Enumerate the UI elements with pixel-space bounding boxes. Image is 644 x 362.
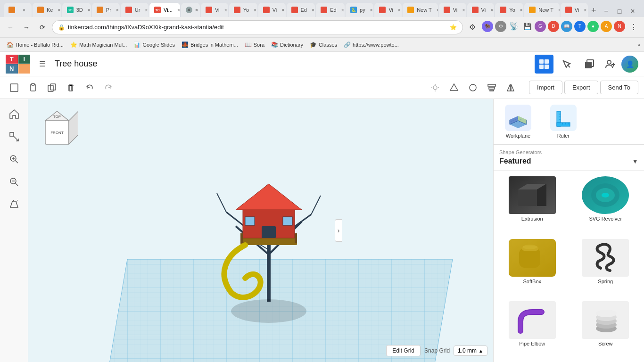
snap-grid-arrow[interactable]: ▲ (479, 348, 483, 354)
bookmark-slides[interactable]: 📊 Google Slides (131, 41, 178, 49)
perspective-button[interactable] (5, 195, 24, 214)
maximize-button[interactable]: □ (614, 6, 625, 17)
export-button[interactable]: Export (564, 81, 598, 94)
tab-16[interactable]: Vi × (439, 3, 466, 17)
ruler-tool[interactable]: Ruler (545, 105, 582, 139)
tab-18-close[interactable]: × (518, 7, 524, 13)
tab-12-close[interactable]: × (339, 7, 345, 13)
minimize-button[interactable]: − (601, 6, 612, 17)
dropdown-arrow[interactable]: ▼ (632, 157, 638, 165)
tab-2[interactable]: Ke × (33, 3, 61, 17)
import-button[interactable]: Import (529, 81, 562, 94)
featured-dropdown[interactable]: Featured ▼ (499, 157, 638, 165)
tab-8[interactable]: Vi × (201, 3, 228, 17)
grammarly-icon[interactable]: G (535, 21, 546, 32)
norton-icon[interactable]: N (614, 21, 625, 32)
toggle-right-panel-button[interactable]: › (335, 219, 342, 242)
tab-active[interactable]: TC Vi... × (149, 3, 180, 17)
tab-20[interactable]: Vi × (561, 3, 588, 17)
bookmark-math[interactable]: ⭐ Math Magician Mul... (67, 41, 130, 49)
tab-19[interactable]: New T × (524, 3, 560, 17)
tab-11-close[interactable]: × (310, 7, 315, 13)
redo-button[interactable] (100, 79, 117, 96)
bookmark-bridges[interactable]: 🌉 Bridges in Mathem... (179, 41, 241, 49)
dashlane-icon[interactable]: D (548, 21, 559, 32)
tab-3-close[interactable]: × (86, 7, 91, 13)
tab-1[interactable]: Pr × (4, 3, 32, 17)
shape-tool-button[interactable] (446, 79, 462, 96)
copy-button[interactable] (43, 79, 60, 96)
tab-14[interactable]: Vi × (374, 3, 402, 17)
user-avatar[interactable]: 👤 (621, 56, 638, 73)
new-tab-button[interactable]: + (589, 4, 599, 17)
tab-4-close[interactable]: × (114, 7, 120, 13)
pick-tool-button[interactable] (557, 55, 576, 74)
tab-10-close[interactable]: × (280, 7, 285, 13)
shape-extrusion[interactable]: Extrusion (497, 174, 567, 233)
tab-active-close[interactable]: × (175, 7, 180, 13)
grid-view-button[interactable] (535, 55, 553, 74)
edit-grid-button[interactable]: Edit Grid (386, 345, 421, 356)
back-button[interactable]: ← (4, 21, 17, 34)
bookmark-sora[interactable]: 📖 Sora (242, 41, 267, 49)
tab-19-close[interactable]: × (556, 7, 560, 13)
tab-18[interactable]: Yo × (495, 3, 523, 17)
snap-grid-input[interactable]: 1.0 mm ▲ (454, 346, 487, 356)
tab-12[interactable]: Ed × (316, 3, 345, 17)
tab-17-close[interactable]: × (488, 7, 494, 13)
shape-svg-revolver[interactable]: SVG Revolver (571, 174, 641, 233)
adblock-icon[interactable]: A (601, 21, 612, 32)
workplane-tool[interactable]: Workplane (499, 105, 537, 139)
bookmark-home[interactable]: 🏠 Home - Buffalo Rid... (4, 41, 66, 49)
shape-softbox[interactable]: SoftBox (497, 237, 567, 296)
shape-pipe-elbow[interactable]: Pipe Elbow (497, 299, 567, 358)
refresh-button[interactable]: ⟳ (36, 21, 49, 34)
translate-icon[interactable]: T (574, 21, 586, 32)
profile-icon-1[interactable]: 🦬 (482, 21, 493, 32)
tab-7[interactable]: ✕ × (181, 3, 200, 17)
url-bar-input[interactable]: 🔒 tinkercad.com/things/iXvaD9oXXik-grand… (52, 20, 463, 34)
bookmark-classes[interactable]: 🎓 Classes (307, 41, 340, 49)
close-button[interactable]: × (627, 6, 638, 17)
mirror-tool-button[interactable] (502, 79, 519, 96)
shape-spring[interactable]: Spring (571, 237, 641, 296)
align-tool-button[interactable] (483, 79, 500, 96)
extensions-button[interactable]: ⚙ (466, 21, 479, 34)
tab-11[interactable]: Ed × (287, 3, 315, 17)
tab-4[interactable]: Pr × (92, 3, 120, 17)
cast-icon[interactable]: 📡 (508, 21, 520, 32)
tab-13[interactable]: 🐍 py × (346, 3, 373, 17)
frame-tool-button[interactable] (6, 79, 23, 96)
viewport[interactable]: TOP FRONT (28, 99, 493, 362)
tab-14-close[interactable]: × (396, 7, 402, 13)
tab-9-close[interactable]: × (252, 7, 257, 13)
clipboard-button[interactable] (25, 79, 41, 96)
bookmark-powto[interactable]: 🔗 https://www.powto... (341, 41, 402, 49)
delete-button[interactable] (62, 79, 79, 96)
bookmark-icon[interactable]: 📖 (561, 21, 572, 32)
tab-3[interactable]: 3D 3D × (62, 3, 91, 17)
lastpass-icon[interactable]: ● (587, 21, 599, 32)
box-tool-button[interactable] (580, 55, 599, 74)
bookmark-dictionary[interactable]: 📚 Dictionary (268, 41, 306, 49)
tab-20-close[interactable]: × (582, 7, 587, 13)
tab-1-close[interactable]: × (21, 7, 27, 13)
tab-17[interactable]: Vi × (467, 3, 495, 17)
list-view-button[interactable]: ☰ (35, 57, 50, 72)
chrome-menu[interactable]: ⋮ (627, 21, 640, 34)
tab-9[interactable]: Yo × (229, 3, 257, 17)
tab-8-close[interactable]: × (223, 7, 228, 13)
tab-16-close[interactable]: × (460, 7, 466, 13)
zoom-in-button[interactable] (5, 150, 24, 169)
zoom-out-button[interactable] (5, 173, 24, 191)
undo-button[interactable] (81, 79, 98, 96)
tab-10[interactable]: Vi × (258, 3, 286, 17)
hole-tool-button[interactable] (464, 79, 481, 96)
forward-button[interactable]: → (20, 21, 33, 34)
tab-15-close[interactable]: × (435, 7, 438, 13)
tinkercad-logo[interactable]: T I N (6, 55, 30, 74)
tab-15[interactable]: New T × (403, 3, 438, 17)
home-view-button[interactable] (5, 105, 24, 123)
tab-13-close[interactable]: × (368, 7, 374, 13)
send-to-button[interactable]: Send To (600, 81, 638, 94)
